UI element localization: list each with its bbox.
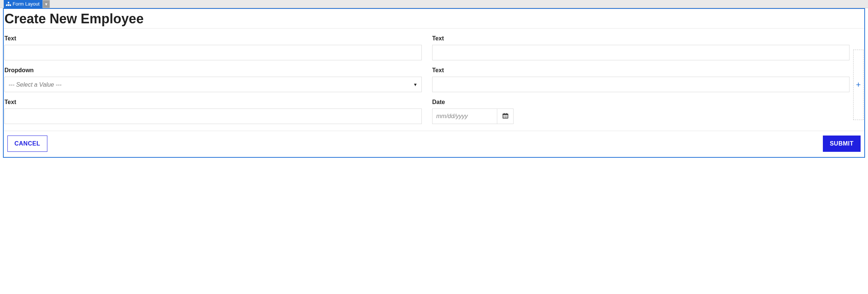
svg-rect-16 [504,117,504,118]
form-title: Create New Employee [4,11,864,27]
component-tag-label: Form Layout [13,1,40,7]
text-input[interactable] [4,45,422,60]
svg-rect-10 [503,114,508,115]
svg-rect-18 [507,117,507,118]
svg-rect-7 [9,4,9,5]
caret-down-icon: ▼ [44,2,48,6]
field-text-1: Text [4,35,422,60]
svg-rect-2 [8,5,9,6]
field-dropdown: Dropdown --- Select a Value --- [4,67,422,92]
field-label: Date [432,99,850,106]
svg-rect-13 [504,116,504,116]
svg-rect-4 [9,3,9,4]
calendar-icon [502,113,508,120]
field-text-3: Text [432,67,850,92]
field-text-4: Text [4,99,422,124]
svg-rect-3 [10,5,11,6]
svg-rect-11 [504,113,505,114]
add-column-button[interactable]: + [853,50,864,120]
svg-rect-17 [505,117,506,118]
component-tag[interactable]: Form Layout [4,0,43,8]
svg-rect-1 [6,5,7,6]
component-tag-dropdown[interactable]: ▼ [43,0,50,8]
field-label: Dropdown [4,67,422,74]
field-date: Date [432,99,850,124]
design-canvas: Create New Employee Text Text Dropdown -… [3,8,865,158]
field-label: Text [4,35,422,42]
field-label: Text [432,67,850,74]
svg-rect-8 [10,4,11,5]
plus-icon: + [856,80,861,90]
date-picker-button[interactable] [497,108,514,124]
svg-rect-6 [7,4,7,5]
text-input[interactable] [432,77,850,92]
text-input[interactable] [4,108,422,124]
submit-button[interactable]: SUBMIT [823,136,861,152]
designer-topbar: Form Layout ▼ [0,0,868,8]
field-text-2: Text [432,35,850,60]
svg-rect-15 [507,116,507,116]
dropdown-input[interactable]: --- Select a Value --- [4,77,422,92]
text-input[interactable] [432,45,850,60]
date-input[interactable] [432,108,497,124]
form-actions: CANCEL SUBMIT [4,131,864,152]
svg-rect-14 [505,116,506,116]
svg-rect-12 [506,113,507,114]
svg-rect-0 [8,2,9,3]
form-grid: Text Text Dropdown --- Select a Value --… [4,29,864,131]
sitemap-icon [6,2,11,6]
field-label: Text [432,35,850,42]
form-layout-container[interactable]: Create New Employee Text Text Dropdown -… [3,8,865,158]
cancel-button[interactable]: CANCEL [7,136,47,152]
field-label: Text [4,99,422,106]
